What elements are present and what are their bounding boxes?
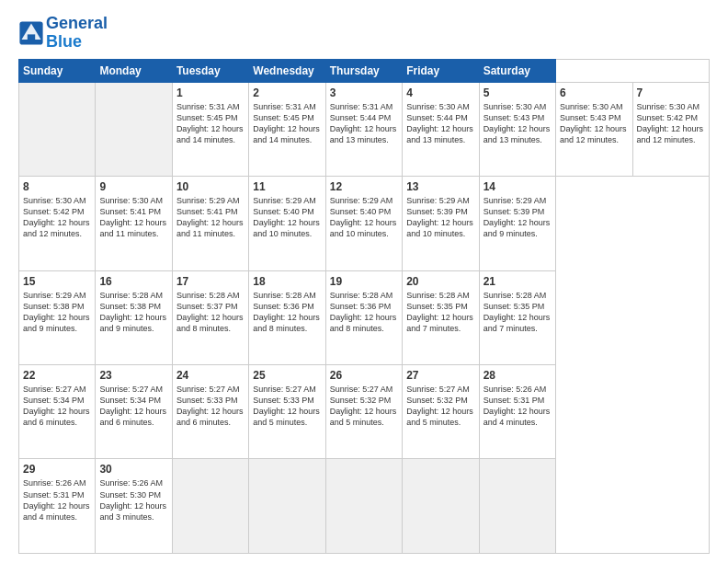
day-info: Sunrise: 5:27 AMSunset: 5:33 PMDaylight:… bbox=[253, 384, 321, 429]
calendar-day: 13Sunrise: 5:29 AMSunset: 5:39 PMDayligh… bbox=[403, 177, 479, 270]
logo-icon bbox=[18, 20, 44, 46]
empty-cell bbox=[172, 459, 248, 554]
day-info: Sunrise: 5:29 AMSunset: 5:39 PMDaylight:… bbox=[483, 195, 552, 240]
day-number: 13 bbox=[406, 180, 474, 193]
calendar-day: 7Sunrise: 5:30 AMSunset: 5:42 PMDaylight… bbox=[632, 82, 710, 176]
svg-rect-2 bbox=[28, 34, 35, 40]
page: General Blue SundayMondayTuesdayWednesda… bbox=[0, 0, 728, 563]
weekday-header: Tuesday bbox=[172, 59, 248, 82]
empty-cell bbox=[96, 82, 172, 176]
day-info: Sunrise: 5:28 AMSunset: 5:35 PMDaylight:… bbox=[483, 290, 552, 335]
day-info: Sunrise: 5:26 AMSunset: 5:31 PMDaylight:… bbox=[483, 384, 552, 429]
day-info: Sunrise: 5:26 AMSunset: 5:30 PMDaylight:… bbox=[99, 477, 167, 523]
calendar-day: 11Sunrise: 5:29 AMSunset: 5:40 PMDayligh… bbox=[249, 177, 325, 270]
calendar-day: 4Sunrise: 5:30 AMSunset: 5:44 PMDaylight… bbox=[403, 82, 479, 176]
calendar-day: 26Sunrise: 5:27 AMSunset: 5:32 PMDayligh… bbox=[325, 365, 402, 459]
day-number: 25 bbox=[253, 369, 321, 382]
header: General Blue bbox=[18, 15, 710, 52]
empty-cell bbox=[249, 459, 325, 554]
calendar-day: 5Sunrise: 5:30 AMSunset: 5:43 PMDaylight… bbox=[479, 82, 555, 176]
day-number: 24 bbox=[176, 369, 245, 382]
day-number: 11 bbox=[253, 180, 321, 193]
day-info: Sunrise: 5:27 AMSunset: 5:32 PMDaylight:… bbox=[406, 384, 474, 429]
calendar-table: SundayMondayTuesdayWednesdayThursdayFrid… bbox=[18, 59, 710, 554]
calendar-day: 3Sunrise: 5:31 AMSunset: 5:44 PMDaylight… bbox=[325, 82, 402, 176]
calendar-day: 24Sunrise: 5:27 AMSunset: 5:33 PMDayligh… bbox=[172, 365, 248, 459]
calendar-day: 10Sunrise: 5:29 AMSunset: 5:41 PMDayligh… bbox=[172, 177, 248, 270]
day-number: 29 bbox=[23, 463, 91, 476]
day-number: 7 bbox=[637, 86, 706, 99]
calendar-day: 28Sunrise: 5:26 AMSunset: 5:31 PMDayligh… bbox=[479, 365, 555, 459]
calendar-day: 23Sunrise: 5:27 AMSunset: 5:34 PMDayligh… bbox=[96, 365, 172, 459]
calendar-day: 17Sunrise: 5:28 AMSunset: 5:37 PMDayligh… bbox=[172, 270, 248, 364]
day-number: 4 bbox=[406, 86, 474, 99]
day-number: 17 bbox=[176, 275, 245, 288]
day-info: Sunrise: 5:29 AMSunset: 5:40 PMDaylight:… bbox=[330, 195, 398, 240]
calendar-day: 14Sunrise: 5:29 AMSunset: 5:39 PMDayligh… bbox=[479, 177, 555, 270]
calendar-day: 20Sunrise: 5:28 AMSunset: 5:35 PMDayligh… bbox=[403, 270, 479, 364]
day-number: 22 bbox=[23, 369, 91, 382]
day-number: 12 bbox=[330, 180, 398, 193]
logo-blue: Blue bbox=[46, 32, 82, 51]
calendar-day: 2Sunrise: 5:31 AMSunset: 5:45 PMDaylight… bbox=[249, 82, 325, 176]
calendar-day: 29Sunrise: 5:26 AMSunset: 5:31 PMDayligh… bbox=[19, 459, 96, 554]
day-info: Sunrise: 5:30 AMSunset: 5:42 PMDaylight:… bbox=[637, 101, 706, 146]
calendar-day: 12Sunrise: 5:29 AMSunset: 5:40 PMDayligh… bbox=[325, 177, 402, 270]
weekday-header: Monday bbox=[96, 59, 172, 82]
day-number: 19 bbox=[330, 275, 398, 288]
day-number: 30 bbox=[99, 463, 167, 476]
day-info: Sunrise: 5:28 AMSunset: 5:37 PMDaylight:… bbox=[176, 290, 245, 335]
calendar-day: 18Sunrise: 5:28 AMSunset: 5:36 PMDayligh… bbox=[249, 270, 325, 364]
day-number: 21 bbox=[483, 275, 552, 288]
day-number: 6 bbox=[560, 86, 628, 99]
logo-general: General bbox=[46, 14, 108, 32]
day-info: Sunrise: 5:30 AMSunset: 5:44 PMDaylight:… bbox=[406, 101, 474, 146]
day-number: 23 bbox=[99, 369, 167, 382]
day-number: 28 bbox=[483, 369, 552, 382]
empty-cell bbox=[403, 459, 479, 554]
day-number: 3 bbox=[330, 86, 398, 99]
weekday-header: Thursday bbox=[325, 59, 402, 82]
empty-cell bbox=[325, 459, 402, 554]
day-info: Sunrise: 5:29 AMSunset: 5:38 PMDaylight:… bbox=[23, 290, 91, 335]
calendar-day: 30Sunrise: 5:26 AMSunset: 5:30 PMDayligh… bbox=[96, 459, 172, 554]
day-info: Sunrise: 5:27 AMSunset: 5:34 PMDaylight:… bbox=[23, 384, 91, 429]
day-number: 1 bbox=[176, 86, 245, 99]
day-number: 8 bbox=[23, 180, 91, 193]
weekday-header: Friday bbox=[403, 59, 479, 82]
day-number: 5 bbox=[483, 86, 552, 99]
calendar-day: 27Sunrise: 5:27 AMSunset: 5:32 PMDayligh… bbox=[403, 365, 479, 459]
day-number: 16 bbox=[99, 275, 167, 288]
logo: General Blue bbox=[18, 15, 108, 52]
day-info: Sunrise: 5:28 AMSunset: 5:36 PMDaylight:… bbox=[330, 290, 398, 335]
weekday-header: Saturday bbox=[479, 59, 555, 82]
calendar-day: 6Sunrise: 5:30 AMSunset: 5:43 PMDaylight… bbox=[556, 82, 632, 176]
day-number: 14 bbox=[483, 180, 552, 193]
day-number: 9 bbox=[99, 180, 167, 193]
day-info: Sunrise: 5:27 AMSunset: 5:33 PMDaylight:… bbox=[176, 384, 245, 429]
day-info: Sunrise: 5:29 AMSunset: 5:40 PMDaylight:… bbox=[253, 195, 321, 240]
day-info: Sunrise: 5:27 AMSunset: 5:34 PMDaylight:… bbox=[99, 384, 167, 429]
calendar-day: 1Sunrise: 5:31 AMSunset: 5:45 PMDaylight… bbox=[172, 82, 248, 176]
day-number: 15 bbox=[23, 275, 91, 288]
day-info: Sunrise: 5:31 AMSunset: 5:44 PMDaylight:… bbox=[330, 101, 398, 146]
day-info: Sunrise: 5:31 AMSunset: 5:45 PMDaylight:… bbox=[253, 101, 321, 146]
day-info: Sunrise: 5:29 AMSunset: 5:41 PMDaylight:… bbox=[176, 195, 245, 240]
day-info: Sunrise: 5:28 AMSunset: 5:38 PMDaylight:… bbox=[99, 290, 167, 335]
day-number: 18 bbox=[253, 275, 321, 288]
empty-cell bbox=[479, 459, 555, 554]
day-info: Sunrise: 5:26 AMSunset: 5:31 PMDaylight:… bbox=[23, 477, 91, 523]
weekday-header: Wednesday bbox=[249, 59, 325, 82]
day-number: 2 bbox=[253, 86, 321, 99]
calendar-day: 9Sunrise: 5:30 AMSunset: 5:41 PMDaylight… bbox=[96, 177, 172, 270]
day-info: Sunrise: 5:31 AMSunset: 5:45 PMDaylight:… bbox=[176, 101, 245, 146]
calendar-day: 22Sunrise: 5:27 AMSunset: 5:34 PMDayligh… bbox=[19, 365, 96, 459]
day-info: Sunrise: 5:30 AMSunset: 5:42 PMDaylight:… bbox=[23, 195, 91, 240]
logo-text: General Blue bbox=[46, 15, 108, 52]
weekday-header: Sunday bbox=[19, 59, 96, 82]
day-number: 26 bbox=[330, 369, 398, 382]
day-number: 20 bbox=[406, 275, 474, 288]
day-info: Sunrise: 5:27 AMSunset: 5:32 PMDaylight:… bbox=[330, 384, 398, 429]
empty-cell bbox=[19, 82, 96, 176]
calendar-day: 15Sunrise: 5:29 AMSunset: 5:38 PMDayligh… bbox=[19, 270, 96, 364]
